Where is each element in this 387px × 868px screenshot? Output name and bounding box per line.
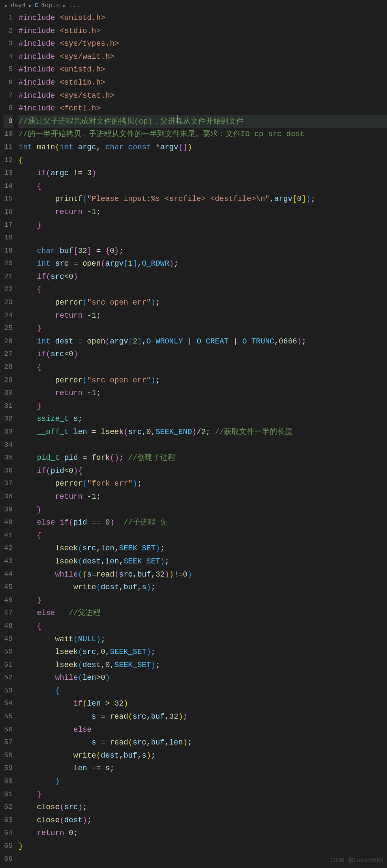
code-line[interactable]: return -1; <box>19 206 387 219</box>
line-number: 46 <box>3 594 13 607</box>
code-line[interactable] <box>19 231 387 244</box>
c-file-icon: C <box>35 2 38 9</box>
breadcrumb-more[interactable]: ... <box>69 2 80 9</box>
code-line[interactable]: wait(NULL); <box>19 633 387 646</box>
code-line[interactable]: char buf[32] = {0}; <box>19 244 387 258</box>
watermark: CSDN @Sunqk5665 <box>330 857 384 864</box>
code-line[interactable]: write(dest,buf,s); <box>19 749 387 762</box>
code-line[interactable] <box>19 439 387 452</box>
code-line[interactable]: lseek(dest,len,SEEK_SET); <box>19 555 387 568</box>
line-number: 24 <box>3 309 13 322</box>
code-line[interactable]: __off_t len = lseek(src,0,SEEK_END)/2; /… <box>19 426 387 439</box>
code-line[interactable]: s = read(src,buf,len); <box>19 736 387 749</box>
line-number: 25 <box>3 322 13 335</box>
breadcrumb[interactable]: ▸ day4 ▸ C 4cp.c ▸ ... <box>0 0 387 11</box>
code-line[interactable]: int src = open(argv[1],O_RDWR); <box>19 257 387 270</box>
code-line[interactable]: if(argc != 3) <box>19 167 387 180</box>
code-line[interactable]: int main(int argc, char const *argv[]) <box>19 141 387 154</box>
code-line[interactable]: //的一半开始拷贝，子进程从文件的一半到文件末尾。要求：文件IO cp src … <box>19 128 387 141</box>
code-line[interactable]: #include <stdio.h> <box>19 25 387 38</box>
code-line[interactable]: else //父进程 <box>19 607 387 620</box>
line-number: 7 <box>3 89 13 102</box>
code-line[interactable]: { <box>19 154 387 167</box>
line-number: 17 <box>3 219 13 232</box>
line-number: 10 <box>3 128 13 141</box>
line-number: 8 <box>3 102 13 115</box>
line-number: 18 <box>3 231 13 244</box>
code-line[interactable]: #include <fcntl.h> <box>19 102 387 115</box>
code-line[interactable]: #include <sys/types.h> <box>19 37 387 50</box>
line-number: 43 <box>3 555 13 568</box>
code-line[interactable]: } <box>19 400 387 413</box>
code-line[interactable]: s = read(src,buf,32); <box>19 710 387 723</box>
line-number: 60 <box>3 775 13 788</box>
code-line[interactable]: } <box>19 322 387 335</box>
breadcrumb-folder[interactable]: day4 <box>11 2 26 9</box>
code-line[interactable]: ssize_t s; <box>19 412 387 426</box>
code-line[interactable]: pid_t pid = fork(); //创建子进程 <box>19 451 387 464</box>
line-number: 31 <box>3 400 13 413</box>
code-line[interactable]: //通过父子进程完成对文件的拷贝(cp)，父进程从文件开始到文件 <box>19 115 387 128</box>
code-line[interactable]: perror("src open err"); <box>19 374 387 387</box>
code-line[interactable]: perror("fork err"); <box>19 477 387 490</box>
code-line[interactable]: write(dest,buf,s); <box>19 581 387 594</box>
code-line[interactable]: int dest = open(argv[2],O_WRONLY | O_CRE… <box>19 335 387 348</box>
code-line[interactable]: while((s=read(src,buf,32))!=0) <box>19 568 387 581</box>
code-line[interactable]: } <box>19 775 387 788</box>
code-line[interactable]: } <box>19 503 387 516</box>
code-line[interactable]: { <box>19 180 387 193</box>
line-number: 53 <box>3 684 13 698</box>
code-line[interactable]: } <box>19 840 387 853</box>
line-number: 52 <box>3 671 13 684</box>
code-line[interactable]: return -1; <box>19 387 387 400</box>
code-line[interactable]: #include <stdlib.h> <box>19 76 387 89</box>
breadcrumb-sep-icon: ▸ <box>4 2 8 10</box>
code-line[interactable]: #include <unistd.h> <box>19 11 387 25</box>
line-number: 61 <box>3 788 13 801</box>
line-number: 57 <box>3 736 13 749</box>
code-line[interactable]: return 0; <box>19 827 387 840</box>
code-editor[interactable]: 1234567891011121314151617181920212223242… <box>0 11 387 865</box>
code-line[interactable]: } <box>19 219 387 232</box>
code-line[interactable]: printf("Please input:%s <srcfile> <destf… <box>19 192 387 206</box>
code-line[interactable]: close(dest); <box>19 814 387 827</box>
code-line[interactable]: #include <sys/stat.h> <box>19 89 387 102</box>
code-line[interactable]: else <box>19 723 387 736</box>
code-line[interactable]: len -= s; <box>19 762 387 775</box>
code-line[interactable]: close(src); <box>19 801 387 814</box>
line-number: 49 <box>3 633 13 646</box>
code-line[interactable]: #include <sys/wait.h> <box>19 50 387 63</box>
code-line[interactable]: while(len>0) <box>19 671 387 684</box>
code-line[interactable]: #include <unistd.h> <box>19 63 387 76</box>
code-line[interactable]: lseek(dest,0,SEEK_SET); <box>19 659 387 672</box>
code-line[interactable]: { <box>19 361 387 374</box>
code-line[interactable]: else if(pid == 0) //子进程 先 <box>19 516 387 529</box>
line-number-gutter: 1234567891011121314151617181920212223242… <box>0 11 19 865</box>
code-line[interactable]: perror("src open err"); <box>19 296 387 309</box>
code-line[interactable]: { <box>19 283 387 296</box>
code-line[interactable]: { <box>19 620 387 633</box>
code-line[interactable]: if(len > 32) <box>19 697 387 710</box>
code-line[interactable]: lseek(src,len,SEEK_SET); <box>19 542 387 555</box>
line-number: 51 <box>3 659 13 672</box>
code-line[interactable]: if(src<0) <box>19 348 387 361</box>
code-line[interactable]: return -1; <box>19 309 387 322</box>
line-number: 54 <box>3 697 13 710</box>
code-line[interactable]: return -1; <box>19 490 387 503</box>
line-number: 13 <box>3 167 13 180</box>
line-number: 22 <box>3 283 13 296</box>
code-area[interactable]: #include <unistd.h> #include <stdio.h> #… <box>19 11 387 865</box>
code-line[interactable]: lseek(src,0,SEEK_SET); <box>19 646 387 659</box>
code-line[interactable]: { <box>19 529 387 542</box>
line-number: 1 <box>3 11 13 25</box>
line-number: 37 <box>3 477 13 490</box>
code-line[interactable]: { <box>19 684 387 698</box>
code-line[interactable]: if(pid<0){ <box>19 464 387 478</box>
code-line[interactable]: } <box>19 788 387 801</box>
line-number: 27 <box>3 348 13 361</box>
line-number: 36 <box>3 464 13 478</box>
code-line[interactable]: } <box>19 594 387 607</box>
breadcrumb-file[interactable]: 4cp.c <box>41 2 60 9</box>
line-number: 45 <box>3 581 13 594</box>
code-line[interactable]: if(src<0) <box>19 270 387 283</box>
